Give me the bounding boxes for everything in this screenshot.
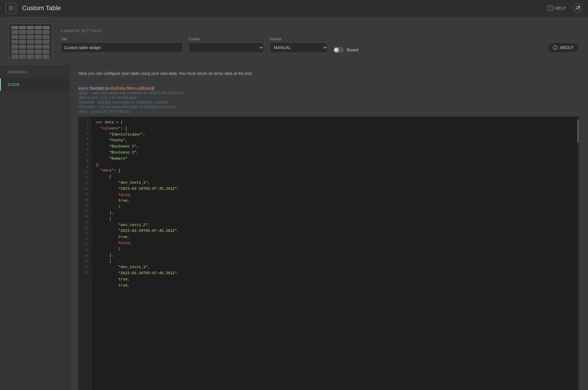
settings-header: COMMON SETTINGS Title Toolbar Refresh MA… xyxy=(0,16,588,66)
help-button[interactable]: ? HELP xyxy=(548,6,566,11)
boxed-field: Boxed xyxy=(333,47,358,53)
toolbar-field: Toolbar xyxy=(188,37,264,53)
info-text: Here you can configure your table using … xyxy=(78,71,253,76)
code-editor[interactable]: 1234567 891011121314 15161718192021 2223… xyxy=(78,117,579,390)
scrollbar-thumb[interactable] xyxy=(577,120,579,143)
title-label: Title xyxy=(61,37,183,41)
refresh-field: Refresh MANUAL xyxy=(270,37,328,53)
svg-text:i: i xyxy=(555,46,556,49)
scrollbar[interactable] xyxy=(577,117,579,390)
close-button[interactable] xyxy=(6,3,16,13)
page-title: Custom Table xyxy=(22,4,548,12)
topbar-actions: ? HELP ⚙ xyxy=(548,3,582,13)
toolbar-select[interactable] xyxy=(188,42,264,53)
common-settings-label: COMMON SETTINGS xyxy=(61,29,579,33)
help-icon: ? xyxy=(548,6,553,11)
code-desc-line-6: //http - javascript fetch library xyxy=(78,109,579,114)
sidebar: GENERAL CODE xyxy=(0,66,70,390)
sidebar-item-code[interactable]: CODE xyxy=(0,78,69,91)
title-field: Title xyxy=(61,37,183,53)
code-desc-line-4: //console - display messages in navigato… xyxy=(78,100,579,104)
refresh-label: Refresh xyxy=(270,37,328,41)
sidebar-item-general[interactable]: GENERAL xyxy=(0,66,69,78)
refresh-select[interactable]: MANUAL xyxy=(270,42,328,53)
code-desc-line-5: //Promise - allows easy execution of mul… xyxy=(78,104,579,109)
user-avatar[interactable]: ⚙ xyxy=(573,3,582,13)
boxed-toggle[interactable] xyxy=(333,47,344,53)
code-text: var data = { "columns": [ "Identificador… xyxy=(91,117,577,390)
svg-text:?: ? xyxy=(549,6,551,10)
toolbar-label: Toolbar xyxy=(188,37,264,41)
info-icon: i xyxy=(553,45,558,50)
code-desc-line-3: //$moment - use it to format date xyxy=(78,95,579,100)
code-description: async function (entityData,filters,callb… xyxy=(70,81,588,117)
info-bar: Here you can configure your table using … xyxy=(70,66,588,81)
widget-preview xyxy=(9,24,52,58)
about-label: ABOUT xyxy=(560,45,574,50)
boxed-label: Boxed xyxy=(347,48,358,52)
main-layout: GENERAL CODE Here you can configure your… xyxy=(0,66,588,390)
content-area: Here you can configure your table using … xyxy=(70,66,588,390)
code-desc-line-2: //$api - use it to create http petitions… xyxy=(78,91,579,95)
about-button[interactable]: i ABOUT xyxy=(547,42,579,53)
title-input[interactable] xyxy=(61,42,183,53)
line-numbers: 1234567 891011121314 15161718192021 2223… xyxy=(78,117,91,390)
code-desc-line-1: async function (entityData,filters,callb… xyxy=(78,86,579,91)
topbar: Custom Table ? HELP ⚙ xyxy=(0,0,588,16)
